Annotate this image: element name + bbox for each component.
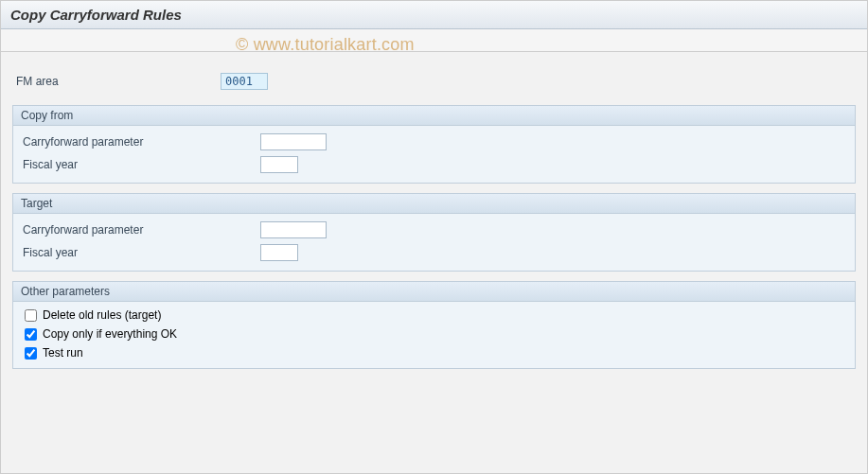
tg-param-label: Carryforward parameter [19, 223, 260, 237]
delete-old-label: Delete old rules (target) [43, 308, 161, 322]
content-area: FM area 0001 Copy from Carryforward para… [1, 52, 867, 382]
cf-fy-input[interactable] [260, 156, 298, 173]
cf-param-input[interactable] [260, 133, 327, 150]
group-copy-from-title: Copy from [13, 106, 855, 126]
window: Copy Carryforward Rules © www.tutorialka… [0, 0, 868, 474]
cf-param-label: Carryforward parameter [19, 135, 260, 149]
page-title: Copy Carryforward Rules [1, 1, 867, 29]
fm-area-label: FM area [12, 75, 221, 88]
fm-area-row: FM area 0001 [12, 71, 856, 92]
group-other: Other parameters Delete old rules (targe… [12, 281, 856, 369]
cf-fy-label: Fiscal year [19, 158, 260, 171]
tg-param-input[interactable] [260, 221, 327, 238]
toolbar [1, 29, 867, 52]
copy-ok-label: Copy only if everything OK [43, 327, 177, 341]
delete-old-checkbox[interactable] [25, 309, 37, 322]
group-target: Target Carryforward parameter Fiscal yea… [12, 193, 856, 272]
group-copy-from: Copy from Carryforward parameter Fiscal … [12, 105, 856, 184]
copy-ok-checkbox[interactable] [25, 328, 37, 341]
tg-fy-label: Fiscal year [19, 246, 260, 259]
test-run-checkbox[interactable] [25, 347, 37, 360]
fm-area-value: 0001 [221, 73, 268, 90]
group-target-title: Target [13, 194, 855, 214]
test-run-label: Test run [43, 346, 83, 360]
tg-fy-input[interactable] [260, 244, 298, 261]
group-other-title: Other parameters [13, 282, 855, 302]
